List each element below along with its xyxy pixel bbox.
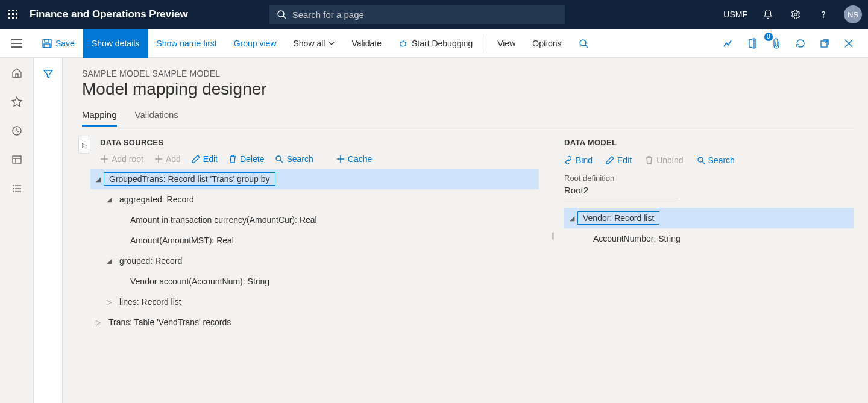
popup-icon[interactable]	[817, 36, 832, 51]
view-button[interactable]: View	[489, 29, 524, 58]
svg-point-11	[794, 13, 797, 16]
options-button[interactable]: Options	[524, 29, 570, 58]
close-icon[interactable]	[841, 36, 856, 51]
svg-rect-0	[8, 10, 10, 11]
svg-rect-8	[16, 17, 17, 19]
view-label: View	[497, 39, 515, 48]
start-debugging-label: Start Debugging	[412, 39, 473, 48]
validate-button[interactable]: Validate	[343, 29, 390, 58]
help-icon[interactable]	[816, 7, 831, 22]
action-bar: Save Show details Show name first Group …	[0, 29, 868, 58]
svg-rect-17	[45, 39, 49, 42]
svg-point-9	[278, 11, 284, 17]
search-icon	[277, 10, 286, 19]
bell-icon[interactable]	[761, 7, 775, 22]
svg-point-19	[401, 42, 406, 46]
performance-icon[interactable]	[721, 36, 735, 51]
svg-rect-3	[8, 13, 10, 15]
save-icon	[42, 39, 52, 48]
group-view-button[interactable]: Group view	[225, 29, 285, 58]
svg-rect-7	[12, 17, 14, 19]
svg-point-25	[580, 40, 586, 46]
waffle-icon[interactable]	[6, 7, 20, 22]
search-icon	[579, 39, 588, 48]
global-search-input[interactable]	[292, 10, 558, 20]
svg-line-10	[283, 16, 286, 19]
hamburger-icon[interactable]	[0, 39, 34, 48]
app-title: Finance and Operations Preview	[30, 8, 188, 20]
svg-line-26	[585, 45, 588, 48]
svg-rect-1	[12, 10, 14, 11]
show-details-button[interactable]: Show details	[83, 29, 148, 58]
show-details-label: Show details	[92, 39, 139, 48]
separator	[485, 35, 485, 52]
save-button[interactable]: Save	[34, 29, 83, 58]
svg-rect-5	[16, 13, 17, 15]
show-all-button[interactable]: Show all	[285, 29, 344, 58]
bug-icon	[398, 39, 408, 48]
group-view-label: Group view	[234, 39, 277, 48]
attachments-icon[interactable]: 0	[769, 36, 784, 51]
gear-icon[interactable]	[788, 7, 803, 22]
svg-rect-6	[8, 17, 10, 19]
svg-rect-2	[16, 10, 17, 11]
show-all-label: Show all	[294, 39, 326, 48]
office-icon[interactable]	[745, 36, 760, 51]
attachment-count: 0	[764, 33, 773, 41]
find-button[interactable]	[570, 29, 597, 58]
refresh-icon[interactable]	[793, 36, 808, 51]
validate-label: Validate	[351, 39, 382, 48]
svg-rect-4	[12, 13, 14, 15]
svg-point-12	[823, 17, 823, 17]
svg-rect-18	[44, 44, 50, 48]
company-code[interactable]: USMF	[723, 10, 747, 19]
show-name-first-button[interactable]: Show name first	[148, 29, 225, 58]
top-bar: Finance and Operations Preview USMF NS	[0, 0, 868, 29]
show-name-first-label: Show name first	[156, 39, 216, 48]
global-search[interactable]	[269, 5, 565, 24]
start-debugging-button[interactable]: Start Debugging	[390, 29, 481, 58]
user-avatar[interactable]: NS	[844, 5, 862, 23]
options-label: Options	[532, 39, 561, 48]
chevron-down-icon	[329, 42, 335, 45]
save-label: Save	[55, 39, 75, 48]
